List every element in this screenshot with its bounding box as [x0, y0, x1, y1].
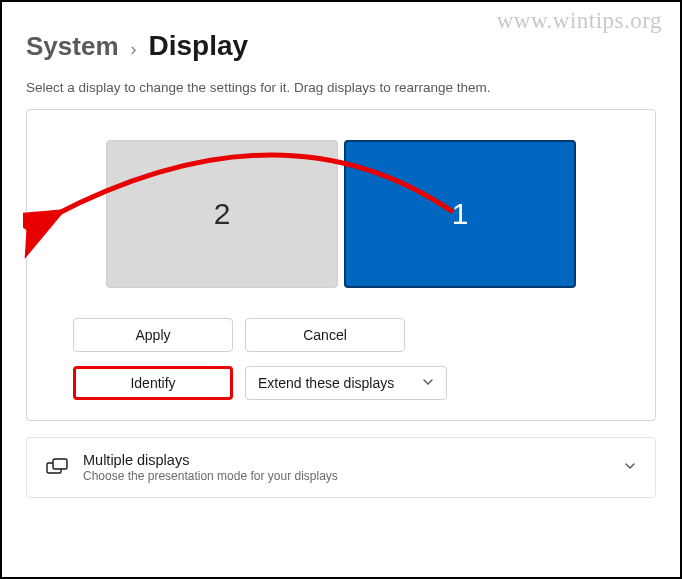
chevron-down-icon: [623, 459, 637, 476]
multiple-displays-desc: Choose the presentation mode for your di…: [83, 469, 609, 483]
multiple-displays-title: Multiple displays: [83, 452, 609, 468]
monitor-2[interactable]: 2: [106, 140, 338, 288]
page-title: Display: [149, 30, 249, 62]
display-arrangement-panel: 2 1 Apply Cancel Identify Extend these d…: [26, 109, 656, 421]
identify-row: Identify Extend these displays: [73, 366, 631, 400]
multiple-displays-section[interactable]: Multiple displays Choose the presentatio…: [26, 437, 656, 498]
breadcrumb: System › Display: [26, 30, 656, 62]
displays-area: 2 1: [51, 128, 631, 318]
breadcrumb-parent[interactable]: System: [26, 31, 119, 62]
apply-cancel-row: Apply Cancel: [73, 318, 631, 352]
multiple-displays-icon: [45, 456, 69, 480]
identify-button[interactable]: Identify: [73, 366, 233, 400]
monitor-1[interactable]: 1: [344, 140, 576, 288]
multiple-displays-text: Multiple displays Choose the presentatio…: [83, 452, 609, 483]
monitor-2-label: 2: [214, 197, 231, 231]
monitor-1-label: 1: [452, 197, 469, 231]
projection-mode-dropdown[interactable]: Extend these displays: [245, 366, 447, 400]
projection-mode-selected: Extend these displays: [258, 375, 394, 391]
page-subtitle: Select a display to change the settings …: [26, 80, 656, 95]
cancel-button[interactable]: Cancel: [245, 318, 405, 352]
apply-button[interactable]: Apply: [73, 318, 233, 352]
chevron-down-icon: [422, 376, 434, 391]
svg-rect-1: [53, 459, 67, 469]
chevron-right-icon: ›: [131, 39, 137, 60]
